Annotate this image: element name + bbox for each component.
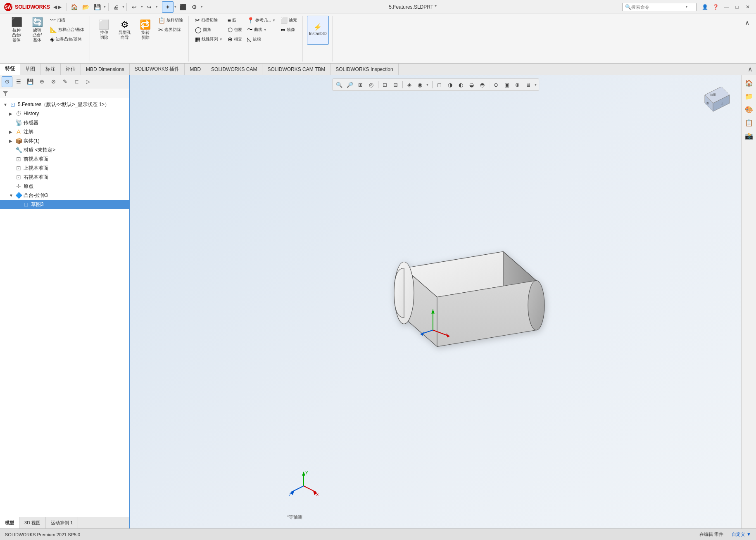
tab-3d-view[interactable]: 3D 视图 (19, 517, 46, 528)
boundary-boss-btn[interactable]: ◈ 边界凸台/基体 (48, 35, 86, 44)
tree-front-plane[interactable]: ⊡ 前视基准面 (0, 154, 129, 163)
maximize-btn[interactable]: □ (732, 2, 742, 12)
tab-markup[interactable]: 标注 (40, 64, 61, 75)
tab-features[interactable]: 特征 (0, 64, 20, 75)
tab-motion-study[interactable]: 运动算例 1 (46, 517, 78, 528)
tab-mbd-dimensions[interactable]: MBD Dimensions (81, 64, 130, 75)
close-btn[interactable]: ✕ (743, 2, 753, 12)
linear-pattern-dropdown[interactable]: ▼ (219, 38, 223, 41)
wrap-btn[interactable]: ⬡ 包覆 (226, 25, 244, 34)
select-btn[interactable]: ✦ (162, 1, 174, 13)
save-btn[interactable]: 💾 (92, 1, 103, 13)
tree-history[interactable]: ▶ ⏱ History (0, 109, 129, 118)
tab-mbd[interactable]: MBD (185, 64, 206, 75)
tree-boss-extrude3[interactable]: ▼ 🔷 凸台-拉伸3 (0, 191, 129, 200)
scene-btn[interactable]: ⊕ (513, 80, 523, 90)
3d-model-nav-btn[interactable]: 📁 (743, 90, 755, 102)
user-btn[interactable]: 👤 (700, 2, 710, 12)
tab-sw-inspection[interactable]: SOLIDWORKS Inspection (330, 64, 398, 75)
customize-btn[interactable]: 自定义 ▼ (732, 531, 751, 538)
home-view-btn[interactable]: 🏠 (743, 77, 755, 89)
undo-dropdown[interactable]: ▼ (140, 5, 143, 9)
wireframe-btn[interactable]: ◻ (435, 80, 445, 90)
sweep-cut-btn[interactable]: ✂ 扫描切除 (193, 16, 225, 25)
search-box[interactable]: 🔍 ▼ (622, 3, 697, 11)
loft-cut-btn[interactable]: 📋 放样切除 (156, 16, 185, 25)
render-btn[interactable]: ⊙ (491, 80, 501, 90)
minimize-btn[interactable]: — (721, 2, 731, 12)
solid-bodies-toggle[interactable]: ▶ (9, 139, 15, 143)
mirror-btn[interactable]: ⇔ 镜像 (278, 25, 299, 34)
tree-top-plane[interactable]: ⊡ 上视基准面 (0, 163, 129, 173)
tab-sw-cam[interactable]: SOLIDWORKS CAM (206, 64, 262, 75)
camera-btn[interactable]: 📸 (743, 130, 755, 142)
rib-btn[interactable]: ≡ 筋 (226, 16, 244, 25)
nav-arrow-left[interactable]: ◀ (53, 4, 57, 10)
new-btn[interactable]: 🏠 (69, 1, 80, 13)
undo-btn[interactable]: ↩ (128, 1, 140, 13)
mode-btn[interactable]: ⬛ (177, 1, 188, 13)
ref-geom-dropdown[interactable]: ▼ (272, 19, 276, 22)
shaded-btn[interactable]: ◑ (445, 80, 455, 90)
save-dropdown[interactable]: ▼ (103, 5, 107, 9)
expand-btn[interactable]: ▷ (83, 76, 93, 87)
tree-right-plane[interactable]: ⊡ 右视基准面 (0, 173, 129, 182)
tab-collapse-btn[interactable]: ∧ (744, 64, 756, 75)
boss-extrude3-toggle[interactable]: ▼ (9, 193, 15, 198)
tab-sketch[interactable]: 草图 (20, 64, 40, 75)
revolve-cut-btn[interactable]: 🔁 旋转切除 (136, 16, 155, 45)
tree-annotations[interactable]: ▶ A 注解 (0, 127, 129, 136)
zoom-out-btn[interactable]: 🔎 (345, 80, 355, 90)
open-btn[interactable]: 📂 (80, 1, 92, 13)
tab-sw-plugins[interactable]: SOLIDWORKS 插件 (130, 64, 185, 75)
shaded-edges-btn[interactable]: ◐ (456, 80, 466, 90)
tree-root[interactable]: ▼ ⊡ 5.Features（默认<<默认>_显示状态 1>） (0, 100, 129, 109)
tree-origin[interactable]: ✛ 原点 (0, 182, 129, 191)
history-toggle[interactable]: ▶ (9, 111, 15, 116)
print-btn[interactable]: 🖨 (110, 1, 122, 13)
monitor-btn[interactable]: 🖥 (523, 80, 533, 90)
tree-sensors[interactable]: 📡 传感器 (0, 118, 129, 127)
scene-sidebar-btn[interactable]: 📋 (743, 116, 755, 129)
search-input[interactable] (631, 5, 685, 9)
sweep-btn[interactable]: 〰 扫描 (48, 16, 86, 25)
appearance-sidebar-btn[interactable]: 🎨 (743, 103, 755, 116)
root-toggle[interactable]: ▼ (3, 102, 9, 107)
gear-dropdown[interactable]: ▼ (200, 5, 203, 9)
intersect-btn[interactable]: ⊕ 相交 (226, 35, 244, 44)
hidden-lines-btn[interactable]: ◒ (467, 80, 477, 90)
print-dropdown[interactable]: ▼ (122, 5, 125, 9)
zoom-sel-btn[interactable]: ◎ (366, 80, 376, 90)
zoom-fit-btn[interactable]: ⊞ (356, 80, 366, 90)
fillet-btn[interactable]: ◯ 圆角 (193, 25, 225, 34)
monitor-dropdown[interactable]: ▼ (534, 83, 537, 87)
section-view-btn[interactable]: ⊡ (380, 80, 390, 90)
tree-material[interactable]: 🔧 材质 <未指定> (0, 145, 129, 154)
nav-cube[interactable]: 前视 右 上 (697, 78, 738, 120)
config-mgr-btn[interactable]: 💾 (25, 76, 36, 87)
display-mgr-btn[interactable]: ⊘ (48, 76, 59, 87)
ref-geom-btn[interactable]: 📍 参考几... ▼ (245, 16, 278, 25)
annotations-toggle[interactable]: ▶ (9, 130, 15, 134)
boundary-cut-btn[interactable]: ✂ 边界切除 (156, 25, 185, 34)
loft-boss-btn[interactable]: 📐 放样凸台/基体 (48, 25, 86, 34)
appear-btn[interactable]: ✎ (59, 76, 70, 87)
hole-wizard-btn[interactable]: ⚙ 异型孔向导 (115, 16, 135, 45)
ribbon-collapse-btn[interactable]: ∧ (742, 17, 753, 28)
custom-btn[interactable]: ⊏ (71, 76, 82, 87)
tree-sketch3[interactable]: □ 草图3 (0, 200, 129, 209)
revolve-boss-btn[interactable]: 🔄 旋转凸台/基体 (27, 16, 47, 45)
display-style-dropdown[interactable]: ▼ (426, 83, 429, 87)
display-style-btn[interactable]: ◉ (415, 80, 425, 90)
linear-pattern-btn[interactable]: ▦ 线性阵列 ▼ (193, 35, 225, 44)
gear-btn[interactable]: ⚙ (188, 1, 200, 13)
nav-arrow-right[interactable]: ▶ (58, 4, 62, 10)
tab-model[interactable]: 模型 (0, 517, 19, 528)
curves-btn[interactable]: 〜 曲线 ▼ (245, 25, 278, 34)
draft-btn[interactable]: ◺ 拔模 (245, 35, 278, 44)
property-mgr-btn[interactable]: ☰ (13, 76, 24, 87)
instant3d-btn[interactable]: ⚡ Instant3D (307, 16, 329, 45)
select-dropdown[interactable]: ▼ (174, 5, 177, 9)
redo-btn[interactable]: ↪ (143, 1, 155, 13)
view-orient-btn[interactable]: ⊟ (391, 80, 401, 90)
